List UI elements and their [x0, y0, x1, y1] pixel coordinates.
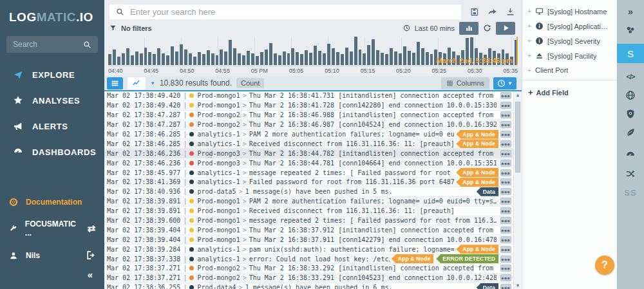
share-icon[interactable]	[488, 7, 497, 17]
row-more-button[interactable]: ●●●	[500, 131, 511, 138]
scrollbar-thumb[interactable]	[515, 102, 520, 172]
row-more-button[interactable]: ●●●	[500, 160, 511, 167]
help-button[interactable]: ?	[595, 256, 614, 275]
row-more-button[interactable]: ●●●	[500, 198, 511, 205]
sidebar-item-dashboards[interactable]: DASHBOARDS	[0, 139, 104, 165]
histogram-toggle-button[interactable]	[459, 22, 478, 35]
chevron-down-icon[interactable]: ▼	[150, 80, 155, 86]
history-dropdown-button[interactable]: ▼	[493, 77, 516, 89]
histogram-bar	[202, 54, 205, 65]
sidebar-footer-item-documentation[interactable]: Documentation	[0, 191, 104, 213]
list-view-button[interactable]	[107, 77, 123, 89]
shuffle-icon[interactable]	[625, 169, 636, 179]
row-more-button[interactable]: ●●●	[500, 217, 511, 224]
collapse-sidebar-button[interactable]: «	[0, 266, 104, 289]
cluster-icon[interactable]	[625, 25, 636, 35]
row-more-button[interactable]: ●●●	[500, 236, 511, 243]
code-icon[interactable]: </>	[627, 71, 635, 82]
columns-button[interactable]: Columns	[441, 77, 489, 89]
pipe-separator: |	[180, 131, 189, 138]
sidebar-footer-item-focusmatic[interactable]: FOCUSMATIC ...⇄	[0, 213, 104, 244]
play-live-button[interactable]	[496, 22, 515, 35]
scroll-up-icon[interactable]: ▲	[514, 93, 522, 97]
row-more-button[interactable]: ●●●	[500, 207, 511, 214]
table-row[interactable]: Mar 02 17:38:39.284|analytics-1>pam_unix…	[104, 245, 513, 254]
log-message: Thu Mar 2 16:38:37.911 [conn142279] end …	[249, 236, 497, 243]
sidebar-search[interactable]	[6, 36, 98, 53]
row-more-button[interactable]: ●●●	[500, 150, 511, 157]
syslog-source-tab[interactable]: S	[617, 44, 644, 63]
log-hostname: Prod-mongo2	[197, 265, 240, 272]
table-row[interactable]: Mar 02 17:38:37.271|Prod-mongo2>Thu Mar …	[104, 274, 513, 283]
row-more-button[interactable]: ●●●	[500, 188, 511, 195]
plus-icon: +	[527, 8, 531, 15]
row-more-button[interactable]: ●●●	[500, 178, 511, 185]
row-more-button[interactable]: ●●●	[500, 265, 511, 272]
table-row[interactable]: Mar 02 17:38:36.255|Prod-data4>1 message…	[104, 283, 513, 289]
table-row[interactable]: Mar 02 17:38:39.404|Prod-mongo1>Thu Mar …	[104, 225, 513, 235]
no-filters-label[interactable]: No filters	[121, 24, 152, 32]
table-row[interactable]: Mar 02 17:38:40.936|prod-data5>1 message…	[104, 187, 513, 197]
table-row[interactable]: Mar 02 17:38:47.287|Prod-mongo2>Thu Mar …	[104, 111, 513, 120]
leaf-icon[interactable]	[625, 127, 636, 138]
row-more-button[interactable]: ●●●	[500, 92, 511, 99]
table-row[interactable]: Mar 02 17:38:39.404|Prod-mongo1>Thu Mar …	[104, 235, 513, 245]
sidebar-footer-item-nils[interactable]: Nils	[0, 244, 104, 266]
row-more-button[interactable]: ●●●	[500, 111, 511, 118]
table-row[interactable]: Mar 02 17:38:46.285|analytics-1>PAM 2 mo…	[104, 130, 513, 140]
table-row[interactable]: Mar 02 17:38:46.236|Prod-mongo3>Thu Mar …	[104, 158, 513, 168]
ss-source-tab[interactable]: SS	[624, 187, 636, 198]
table-row[interactable]: Mar 02 17:38:49.420|Prod-mongo1>Thu Mar …	[104, 91, 513, 101]
sidebar-item-alerts[interactable]: ALERTS	[0, 113, 104, 139]
expand-panel-button[interactable]: »	[628, 6, 633, 17]
time-range-selector[interactable]: Last 60 mins	[415, 24, 455, 32]
add-field-button[interactable]: + Add Field	[522, 83, 617, 102]
field-item--syslog-severity[interactable]: +[Syslog] Severity	[522, 33, 617, 48]
refresh-icon[interactable]	[483, 24, 491, 32]
sidebar-item-analyses[interactable]: ANALYSES	[0, 88, 104, 113]
table-row[interactable]: Mar 02 17:38:49.420|Prod-mongo1>Thu Mar …	[104, 101, 513, 111]
field-item--syslog-application-n-[interactable]: +[Syslog] Application N...	[522, 19, 617, 33]
sidebar-search-input[interactable]	[13, 40, 83, 49]
row-more-button[interactable]: ●●●	[500, 246, 511, 253]
save-icon[interactable]	[469, 7, 479, 17]
row-more-button[interactable]: ●●●	[500, 140, 511, 147]
row-more-button[interactable]: ●●●	[500, 102, 511, 109]
field-item--syslog-hostname[interactable]: +[Syslog] Hostname	[522, 4, 617, 19]
histogram-bar	[153, 54, 156, 65]
scroll-down-icon[interactable]: ▼	[514, 283, 522, 288]
table-row[interactable]: Mar 02 17:38:39.600|Prod-mongo1>message …	[104, 216, 513, 226]
sidebar-item-explore[interactable]: EXPLORE	[0, 62, 104, 88]
logout-icon[interactable]	[86, 250, 95, 260]
table-row[interactable]: Mar 02 17:38:46.236|Prod-mongo3>Thu Mar …	[104, 149, 513, 158]
swap-icon[interactable]: ⇄	[87, 223, 95, 234]
log-search-input[interactable]	[130, 7, 455, 17]
table-row[interactable]: Mar 02 17:38:45.977|analytics-1>message …	[104, 168, 513, 178]
table-row[interactable]: Mar 02 17:38:46.285|analytics-1>Received…	[104, 139, 513, 149]
row-more-button[interactable]: ●●●	[500, 284, 511, 289]
row-more-button[interactable]: ●●●	[500, 227, 511, 234]
row-more-button[interactable]: ●●●	[500, 169, 511, 176]
globe-icon[interactable]	[625, 90, 636, 100]
log-search-field[interactable]	[109, 5, 461, 19]
row-more-button[interactable]: ●●●	[500, 256, 511, 263]
shield-icon[interactable]	[625, 109, 636, 119]
clock-icon	[403, 24, 410, 32]
table-row[interactable]: Mar 02 17:38:37.338|analytics-1>error: C…	[104, 254, 513, 264]
download-icon[interactable]	[506, 7, 515, 17]
row-more-button[interactable]: ●●●	[500, 121, 511, 128]
field-item-client-port[interactable]: +Client Port	[522, 63, 617, 77]
row-more-button[interactable]: ●●●	[500, 274, 511, 281]
chart-view-button[interactable]	[128, 77, 146, 89]
count-pill[interactable]: Count	[236, 78, 264, 88]
table-scrollbar[interactable]: ▲ ▼	[513, 91, 522, 289]
table-row[interactable]: Mar 02 17:38:41.369|analytics-1>Failed p…	[104, 178, 513, 187]
table-row[interactable]: Mar 02 17:38:39.891|Prod-mongo1>PAM 2 mo…	[104, 197, 513, 207]
log-volume-histogram[interactable]: March 2nd, 5:38:46 pm 04:4004:4504:5004:…	[107, 37, 519, 74]
pipe-separator: |	[180, 140, 189, 147]
field-item--syslog-facility[interactable]: +[Syslog] Facility	[522, 48, 617, 63]
table-row[interactable]: Mar 02 17:38:47.287|Prod-mongo2>Thu Mar …	[104, 120, 513, 130]
table-row[interactable]: Mar 02 17:38:37.271|Prod-mongo2>Thu Mar …	[104, 264, 513, 274]
gauge-icon[interactable]	[625, 150, 636, 160]
table-row[interactable]: Mar 02 17:38:39.891|Prod-mongo1>Received…	[104, 207, 513, 216]
